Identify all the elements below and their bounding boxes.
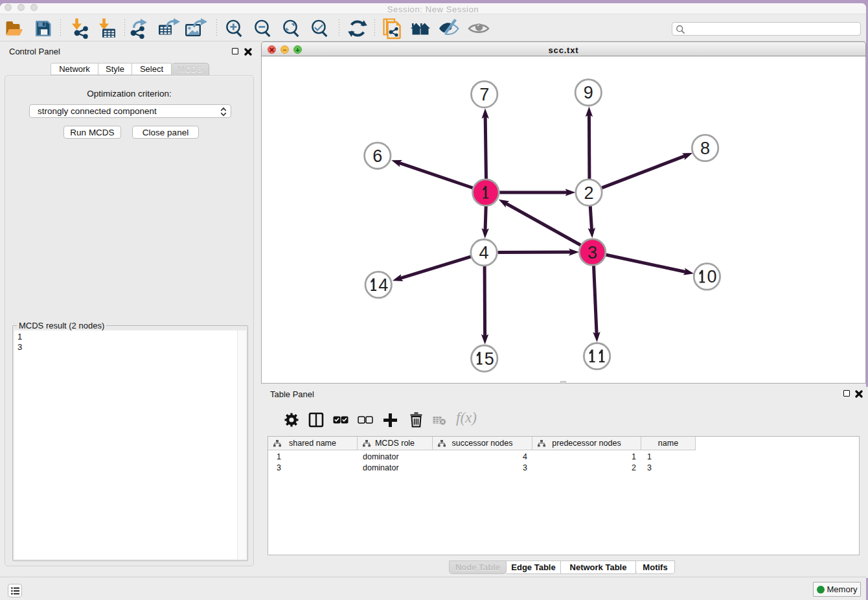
svg-text:8: 8 [700, 139, 710, 158]
svg-text:0: 0 [707, 267, 716, 286]
svg-text:3: 3 [588, 243, 597, 262]
svg-text:4: 4 [378, 275, 388, 295]
svg-text:5: 5 [485, 349, 494, 369]
svg-text:4: 4 [479, 243, 488, 262]
svg-text:2: 2 [584, 183, 593, 203]
svg-text:7: 7 [479, 85, 489, 104]
svg-text:9: 9 [584, 83, 593, 102]
svg-text:6: 6 [372, 146, 382, 166]
